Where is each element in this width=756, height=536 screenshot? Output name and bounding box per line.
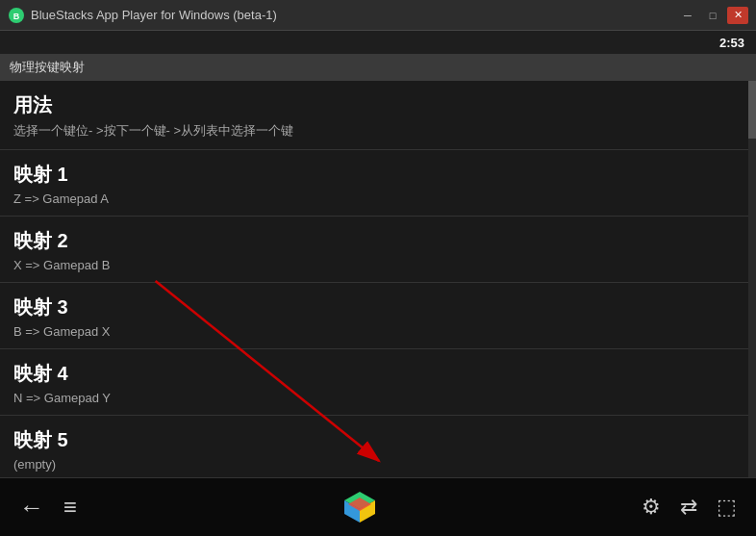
share-button[interactable]: ⇄ xyxy=(680,495,697,520)
settings-button[interactable]: ⚙ xyxy=(642,495,661,520)
mapping-title-3: 映射 3 xyxy=(13,294,743,320)
title-bar: B BlueStacks App Player for Windows (bet… xyxy=(0,0,756,31)
mapping-item-4[interactable]: 映射 4 N => Gamepad Y xyxy=(0,349,756,416)
mapping-subtitle-3: B => Gamepad X xyxy=(13,324,743,339)
mapping-subtitle-4: N => Gamepad Y xyxy=(13,391,743,405)
mapping-item-3[interactable]: 映射 3 B => Gamepad X xyxy=(0,283,756,349)
bluestacks-logo[interactable] xyxy=(340,488,379,526)
usage-section: 用法 选择一个键位- >按下一个键- >从列表中选择一个键 xyxy=(0,81,756,150)
clock: 2:53 xyxy=(719,36,744,50)
scrollbar-thumb[interactable] xyxy=(748,81,756,139)
mapping-item-1[interactable]: 映射 1 Z => Gamepad A xyxy=(0,150,756,217)
menu-button[interactable]: ≡ xyxy=(63,494,77,521)
sub-header-title: 物理按键映射 xyxy=(10,59,85,76)
mapping-title-2: 映射 2 xyxy=(13,228,743,254)
mapping-title-4: 映射 4 xyxy=(13,361,743,387)
app-icon: B xyxy=(8,7,25,24)
time-bar: 2:53 xyxy=(0,31,756,54)
mapping-title-5: 映射 5 xyxy=(13,427,743,453)
back-button[interactable]: ← xyxy=(19,493,44,523)
minimize-button[interactable]: ─ xyxy=(677,7,698,24)
bottom-bar: ← ≡ ⚙ ⇄ ⬚ xyxy=(0,477,756,536)
svg-text:B: B xyxy=(13,12,20,21)
mapping-item-5[interactable]: 映射 5 (empty) xyxy=(0,416,756,477)
mapping-title-1: 映射 1 xyxy=(13,162,743,188)
bottom-center xyxy=(340,488,379,526)
scrollbar-track[interactable] xyxy=(748,81,756,477)
bottom-left: ← ≡ xyxy=(19,493,77,523)
mapping-subtitle-1: Z => Gamepad A xyxy=(13,191,743,206)
title-bar-controls: ─ □ ✕ xyxy=(677,7,748,24)
main-content[interactable]: 用法 选择一个键位- >按下一个键- >从列表中选择一个键 映射 1 Z => … xyxy=(0,81,756,477)
mapping-item-2[interactable]: 映射 2 X => Gamepad B xyxy=(0,217,756,283)
screen-button[interactable]: ⬚ xyxy=(717,495,737,520)
window-title: BlueStacks App Player for Windows (beta-… xyxy=(31,8,277,22)
mapping-subtitle-2: X => Gamepad B xyxy=(13,258,743,272)
sub-header: 物理按键映射 xyxy=(0,54,756,81)
maximize-button[interactable]: □ xyxy=(702,7,723,24)
usage-subtitle: 选择一个键位- >按下一个键- >从列表中选择一个键 xyxy=(13,122,743,140)
close-button[interactable]: ✕ xyxy=(727,7,748,24)
usage-title: 用法 xyxy=(13,92,743,118)
title-bar-left: B BlueStacks App Player for Windows (bet… xyxy=(8,7,277,24)
mapping-subtitle-5: (empty) xyxy=(13,457,743,472)
bottom-right: ⚙ ⇄ ⬚ xyxy=(642,495,737,520)
